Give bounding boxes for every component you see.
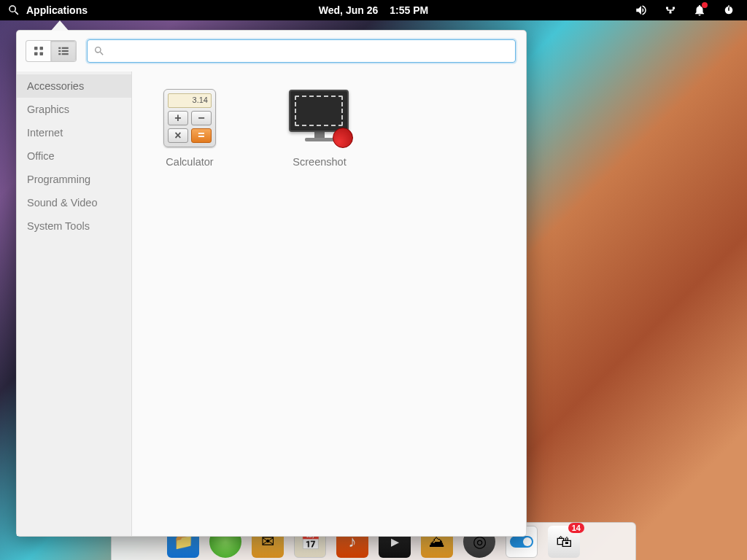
app-label: Calculator <box>166 156 213 168</box>
svg-rect-0 <box>34 47 38 50</box>
menu-pointer-icon <box>51 20 69 31</box>
volume-icon[interactable] <box>635 4 648 17</box>
svg-rect-7 <box>62 50 69 52</box>
menu-toolbar <box>17 31 526 71</box>
search-field[interactable] <box>87 39 516 63</box>
svg-rect-9 <box>62 53 69 55</box>
svg-rect-5 <box>62 47 69 49</box>
view-switcher <box>26 40 77 62</box>
app-grid: 3.14 +− ×= Calculator <box>132 71 526 536</box>
panel-time[interactable]: 1:55 PM <box>390 4 428 16</box>
sidebar-item-graphics[interactable]: Graphics <box>17 98 131 121</box>
applications-menu-button[interactable]: Applications <box>26 4 88 16</box>
svg-rect-8 <box>58 53 61 55</box>
calculator-icon-display: 3.14 <box>168 93 212 108</box>
view-grid-button[interactable] <box>26 41 51 61</box>
panel-date[interactable]: Wed, Jun 26 <box>319 4 378 16</box>
svg-rect-6 <box>58 50 61 52</box>
applications-menu: Accessories Graphics Internet Office Pro… <box>16 30 527 537</box>
network-icon[interactable] <box>664 4 677 17</box>
app-screenshot[interactable]: Screenshot <box>272 88 367 168</box>
notification-dot-icon <box>702 2 708 8</box>
category-sidebar: Accessories Graphics Internet Office Pro… <box>17 71 132 536</box>
sidebar-item-sound-video[interactable]: Sound & Video <box>17 191 131 214</box>
search-icon[interactable] <box>7 4 20 17</box>
update-badge: 14 <box>568 523 584 533</box>
sidebar-item-system-tools[interactable]: System Tools <box>17 214 131 238</box>
dock-appcenter[interactable]: 🛍14 <box>548 526 580 558</box>
app-calculator[interactable]: 3.14 +− ×= Calculator <box>142 88 237 168</box>
calculator-icon: 3.14 +− ×= <box>159 88 220 149</box>
top-panel: Applications Wed, Jun 26 1:55 PM <box>0 0 747 20</box>
notifications-icon[interactable] <box>693 4 706 17</box>
svg-rect-3 <box>39 52 43 56</box>
power-icon[interactable] <box>722 4 735 17</box>
screenshot-icon <box>289 88 350 149</box>
sidebar-item-programming[interactable]: Programming <box>17 168 131 191</box>
sidebar-item-accessories[interactable]: Accessories <box>17 74 131 98</box>
search-icon <box>93 45 105 57</box>
svg-rect-4 <box>58 47 61 49</box>
search-input[interactable] <box>109 45 509 57</box>
app-label: Screenshot <box>293 156 346 168</box>
view-list-button[interactable] <box>51 41 76 61</box>
sidebar-item-internet[interactable]: Internet <box>17 121 131 144</box>
svg-rect-1 <box>39 47 43 50</box>
sidebar-item-office[interactable]: Office <box>17 144 131 168</box>
svg-rect-2 <box>34 52 38 56</box>
